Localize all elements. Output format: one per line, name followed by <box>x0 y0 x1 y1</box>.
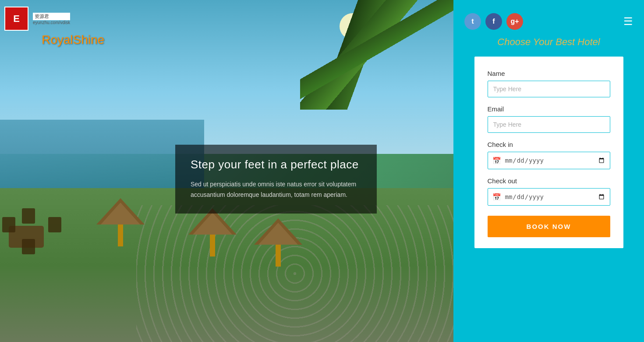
email-input[interactable] <box>488 116 610 133</box>
furniture-area <box>0 204 88 256</box>
logo-area: E 资源君 eyunzhu.com/vdisk <box>4 7 70 31</box>
top-bar: t f g+ ☰ <box>453 9 644 36</box>
hero-panel: E 资源君 eyunzhu.com/vdisk RoyalShine Step … <box>0 0 453 342</box>
brand-name: RoyalShine <box>42 33 104 47</box>
right-panel: t f g+ ☰ Choose Your Best Hotel Name Ema… <box>453 0 644 342</box>
name-label: Name <box>488 70 610 77</box>
hero-title: Step your feet in a perfect place <box>191 158 361 171</box>
palm-leaves <box>300 0 453 110</box>
checkin-input-wrapper: 📅 <box>488 152 610 169</box>
checkin-calendar-icon: 📅 <box>492 157 501 165</box>
chair-2 <box>48 217 61 232</box>
chair-3 <box>22 239 35 254</box>
email-group: Email <box>488 105 610 133</box>
chair-4 <box>22 208 35 224</box>
hut-pillar-3 <box>276 245 281 267</box>
name-group: Name <box>488 70 610 97</box>
ocean-bg <box>0 120 204 188</box>
logo-badge: E <box>4 7 28 31</box>
hut-1 <box>96 198 145 246</box>
hamburger-menu[interactable]: ☰ <box>623 16 633 27</box>
name-input[interactable] <box>488 81 610 97</box>
hut-roof <box>96 198 145 224</box>
booking-form-card: Name Email Check in 📅 Check out 📅 BOOK N… <box>474 57 623 248</box>
checkin-date-input[interactable] <box>505 152 605 169</box>
hut-pillar <box>118 224 123 246</box>
logo-url: eyunzhu.com/vdisk <box>33 20 70 25</box>
hero-text-overlay: Step your feet in a perfect place Sed ut… <box>175 145 377 214</box>
twitter-button[interactable]: t <box>464 13 481 30</box>
hut-3 <box>254 218 302 267</box>
facebook-button[interactable]: f <box>485 13 502 30</box>
email-label: Email <box>488 105 610 113</box>
checkout-group: Check out 📅 <box>488 177 610 206</box>
logo-chinese: 资源君 <box>33 13 70 20</box>
checkin-group: Check in 📅 <box>488 141 610 169</box>
book-now-button[interactable]: BOOK NOW <box>488 216 610 237</box>
hut-roof-3 <box>254 218 302 245</box>
checkout-label: Check out <box>488 177 610 185</box>
checkout-date-input[interactable] <box>505 189 605 205</box>
section-title: Choose Your Best Hotel <box>497 36 600 48</box>
chair-1 <box>2 217 15 232</box>
checkout-calendar-icon: 📅 <box>492 193 501 201</box>
checkin-label: Check in <box>488 141 610 148</box>
hut-2 <box>188 208 237 256</box>
hero-description: Sed ut perspiciatis unde omnis iste natu… <box>191 179 361 200</box>
hut-pillar-2 <box>210 235 215 256</box>
google-plus-button[interactable]: g+ <box>506 13 523 30</box>
social-icons: t f g+ <box>464 13 523 30</box>
logo-text-block: 资源君 eyunzhu.com/vdisk <box>33 13 70 25</box>
checkout-input-wrapper: 📅 <box>488 188 610 206</box>
